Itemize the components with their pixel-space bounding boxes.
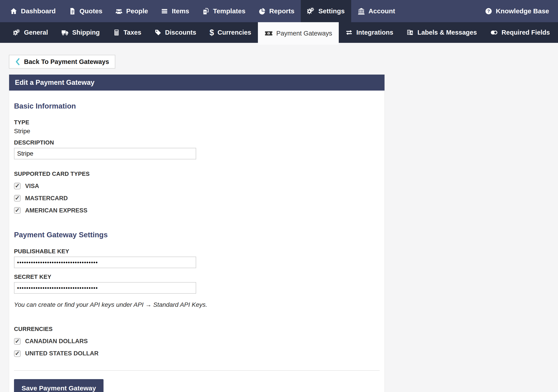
subnav-label: General	[24, 29, 48, 36]
nav-reports[interactable]: Reports	[252, 0, 301, 22]
checkbox-checked-icon[interactable]: ✓	[14, 183, 21, 189]
pie-chart-icon	[258, 8, 266, 15]
top-navigation: Dashboard Quotes People Items Templates …	[0, 0, 558, 22]
check-mark-icon: ✓	[15, 183, 20, 189]
subnav-integrations[interactable]: Integrations	[339, 22, 400, 43]
nav-label: Items	[172, 7, 189, 15]
panel-body: Basic Information TYPE Stripe DESCRIPTIO…	[9, 102, 384, 392]
settings-subnav: General Shipping Taxes Discounts $ Curre…	[0, 22, 558, 43]
back-to-payment-gateways-button[interactable]: Back To Payment Gateways	[9, 55, 115, 68]
subnav-label: Integrations	[356, 29, 393, 36]
basic-information-heading: Basic Information	[14, 102, 380, 111]
calculator-icon	[113, 29, 120, 36]
subnav-payment-gateways[interactable]: 1 Payment Gateways	[258, 22, 339, 45]
language-icon	[407, 29, 414, 36]
checkbox-label: CANADIAN DOLLARS	[25, 338, 88, 345]
toggle-icon	[490, 29, 498, 36]
subnav-taxes[interactable]: Taxes	[106, 22, 148, 43]
svg-text:?: ?	[487, 9, 490, 14]
supported-card-types-label: SUPPORTED CARD TYPES	[14, 170, 380, 177]
svg-text:1: 1	[268, 32, 270, 35]
checkbox-label: AMERICAN EXPRESS	[25, 207, 87, 214]
description-input[interactable]	[14, 148, 196, 159]
checkbox-checked-icon[interactable]: ✓	[14, 207, 21, 214]
nav-label: People	[126, 7, 148, 15]
payment-gateway-settings-heading: Payment Gateway Settings	[14, 230, 380, 239]
copy-pages-icon	[202, 8, 209, 15]
checkbox-row-united-states-dollar[interactable]: ✓ UNITED STATES DOLLAR	[14, 350, 99, 357]
subnav-required-fields[interactable]: Required Fields	[484, 22, 557, 43]
subnav-shipping[interactable]: Shipping	[55, 22, 106, 43]
subnav-quote-columns[interactable]: Quote Columns	[557, 22, 558, 43]
bars-icon	[161, 8, 168, 15]
checkbox-label: MASTERCARD	[25, 195, 68, 202]
cogs-icon	[13, 29, 20, 36]
currencies-label: CURRENCIES	[14, 326, 380, 332]
check-mark-icon: ✓	[15, 195, 20, 201]
nav-account[interactable]: Account	[351, 0, 402, 22]
nav-templates[interactable]: Templates	[196, 0, 252, 22]
nav-label: Settings	[318, 7, 345, 15]
subnav-labels-messages[interactable]: Labels & Messages	[400, 22, 484, 43]
checkbox-row-mastercard[interactable]: ✓ MASTERCARD	[14, 195, 68, 202]
checkbox-row-canadian-dollars[interactable]: ✓ CANADIAN DOLLARS	[14, 338, 88, 345]
chevron-left-icon	[15, 58, 20, 66]
checkbox-checked-icon[interactable]: ✓	[14, 195, 21, 202]
nav-label: Dashboard	[21, 7, 56, 15]
nav-label: Templates	[213, 7, 245, 15]
home-icon	[10, 8, 17, 15]
save-payment-gateway-button[interactable]: Save Payment Gateway	[14, 379, 104, 392]
dollar-sign-icon: $	[209, 29, 214, 37]
back-button-label: Back To Payment Gateways	[24, 58, 109, 66]
users-icon	[115, 8, 123, 15]
main-content: Back To Payment Gateways Edit a Payment …	[0, 43, 558, 392]
checkbox-checked-icon[interactable]: ✓	[14, 338, 21, 345]
subnav-discounts[interactable]: Discounts	[148, 22, 203, 43]
question-circle-icon: ?	[485, 8, 492, 15]
nav-label: Reports	[269, 7, 294, 15]
subnav-general[interactable]: General	[7, 22, 55, 43]
panel-header: Edit a Payment Gateway	[9, 75, 384, 91]
nav-knowledge-base[interactable]: ? Knowledge Base	[479, 0, 558, 22]
check-mark-icon: ✓	[15, 338, 20, 344]
subnav-label: Shipping	[72, 29, 100, 36]
subnav-currencies[interactable]: $ Currencies	[203, 22, 258, 43]
check-mark-icon: ✓	[15, 350, 20, 356]
publishable-key-label: PUBLISHABLE KEY	[14, 248, 380, 255]
check-mark-icon: ✓	[15, 207, 20, 213]
nav-label: Quotes	[79, 7, 102, 15]
secret-key-input[interactable]	[14, 282, 196, 294]
type-label: TYPE	[14, 119, 380, 126]
nav-label: Account	[368, 7, 395, 15]
truck-icon	[61, 29, 69, 36]
publishable-key-input[interactable]	[14, 257, 196, 268]
description-label: DESCRIPTION	[14, 139, 380, 146]
nav-settings[interactable]: Settings	[301, 0, 351, 22]
divider	[14, 370, 380, 371]
nav-label: Knowledge Base	[496, 7, 549, 15]
file-document-icon	[69, 8, 76, 15]
checkbox-checked-icon[interactable]: ✓	[14, 350, 21, 357]
checkbox-label: VISA	[25, 183, 39, 189]
bank-icon	[358, 8, 365, 15]
subnav-label: Payment Gateways	[276, 30, 332, 37]
cogs-icon	[307, 7, 315, 15]
exchange-arrows-icon	[345, 29, 353, 36]
tag-icon	[155, 29, 161, 36]
nav-quotes[interactable]: Quotes	[62, 0, 109, 22]
subnav-label: Discounts	[165, 29, 196, 36]
nav-dashboard[interactable]: Dashboard	[4, 0, 62, 22]
type-value: Stripe	[14, 128, 380, 135]
checkbox-row-american-express[interactable]: ✓ AMERICAN EXPRESS	[14, 207, 87, 214]
checkbox-row-visa[interactable]: ✓ VISA	[14, 183, 39, 189]
api-keys-note: You can create or find your API keys und…	[14, 301, 380, 308]
secret-key-label: SECRET KEY	[14, 273, 380, 280]
checkbox-label: UNITED STATES DOLLAR	[25, 350, 99, 357]
subnav-label: Currencies	[218, 29, 251, 36]
nav-items[interactable]: Items	[154, 0, 195, 22]
edit-payment-gateway-panel: Edit a Payment Gateway Basic Information…	[9, 74, 385, 392]
money-bill-icon: 1	[265, 30, 273, 37]
subnav-label: Taxes	[123, 29, 141, 36]
nav-people[interactable]: People	[109, 0, 154, 22]
subnav-label: Labels & Messages	[417, 29, 477, 36]
